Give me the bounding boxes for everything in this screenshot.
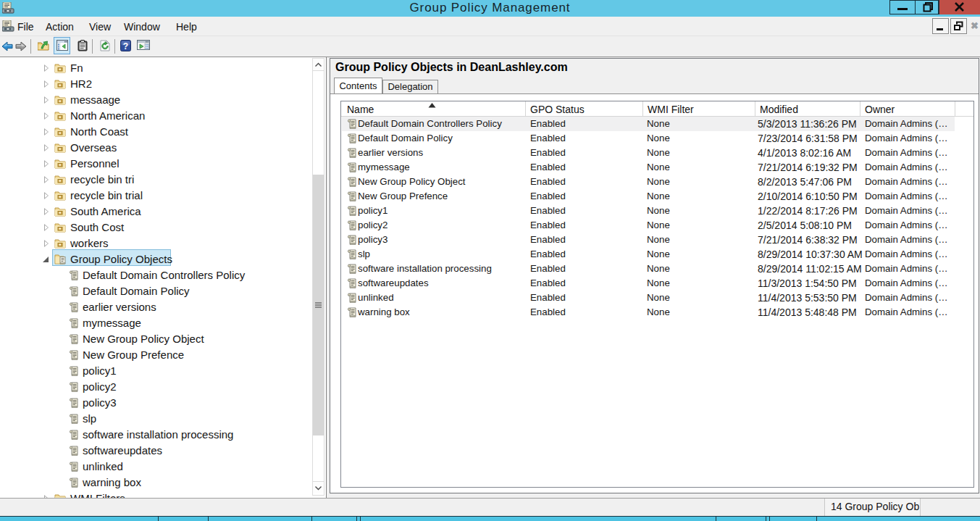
svg-text:?: ? [123,41,128,51]
